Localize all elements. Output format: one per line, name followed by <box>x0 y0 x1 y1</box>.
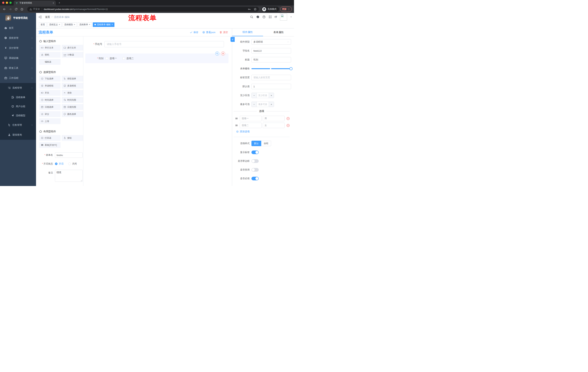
max-select-value[interactable]: 最多可选 <box>257 102 269 107</box>
default-value-input[interactable]: 1 <box>252 84 291 89</box>
checkbox[interactable] <box>105 57 108 60</box>
view-json-button[interactable]: 查看json <box>202 31 215 34</box>
address-bar[interactable]: 不安全 dashboard.yudao.iocoder.cn/bpm/manag… <box>27 7 259 12</box>
link-handle[interactable] <box>231 37 235 42</box>
remove-option-icon[interactable] <box>286 117 290 120</box>
min-select-stepper[interactable]: − 至少应选 + <box>252 93 274 98</box>
gender-option-2[interactable]: 选项二 <box>122 57 134 60</box>
style-default-button[interactable]: 默认 <box>252 141 261 146</box>
reload-icon[interactable] <box>15 8 18 11</box>
component-time-range[interactable]: 时间范围 <box>62 97 83 103</box>
form-remark-textarea[interactable]: 嘿嘿 <box>55 170 83 182</box>
style-button-button[interactable]: 按钮 <box>261 141 271 146</box>
option-1-value-input[interactable]: 男 <box>263 116 284 121</box>
github-icon[interactable] <box>256 15 259 19</box>
form-grid-slider[interactable] <box>252 66 291 71</box>
label-width-input[interactable]: 请输入标签宽度 <box>252 75 291 80</box>
component-rate[interactable]: 评分 <box>39 111 61 117</box>
component-date-range[interactable]: 日期范围 <box>62 104 83 110</box>
sidebar-item-workflow[interactable]: 工作流程 <box>0 73 36 83</box>
gender-option-1[interactable]: 选项一 <box>105 57 117 60</box>
tag-process-form-edit[interactable]: 流程表单-编辑 × <box>93 22 115 27</box>
sidebar-item-infra[interactable]: 基础设施 <box>0 53 36 63</box>
tab-close-icon[interactable]: × <box>52 2 54 4</box>
component-switch[interactable]: 开关 <box>39 90 61 96</box>
component-select[interactable]: 下拉选择 <box>39 76 61 82</box>
phone-input[interactable]: 请输入手机号 <box>105 41 224 47</box>
sidebar-item-payment[interactable]: ¥ 支付管理 <box>0 43 36 53</box>
security-label[interactable]: 不安全 <box>33 8 40 11</box>
component-multi-text[interactable]: 多行文本 <box>62 45 83 51</box>
clear-button[interactable]: 清空 <box>220 31 228 34</box>
disabled-toggle[interactable] <box>252 168 259 172</box>
component-radio-group[interactable]: 单选框组 <box>39 83 61 89</box>
component-button[interactable]: 按钮 <box>62 135 83 141</box>
component-checkbox-group[interactable]: 多选框组 <box>62 83 83 89</box>
component-counter[interactable]: 123 计数器 <box>62 52 83 58</box>
sidebar-item-process-form[interactable]: 流程表单 <box>0 93 36 102</box>
option-2-label-input[interactable]: 选项二 <box>240 123 262 128</box>
forward-icon[interactable] <box>9 8 12 11</box>
stepper-minus-button[interactable]: − <box>252 102 257 107</box>
breadcrumb-home[interactable]: 首页 <box>45 15 50 19</box>
remove-option-icon[interactable] <box>286 124 290 127</box>
stepper-minus-button[interactable]: − <box>252 93 257 98</box>
sidebar-item-user-group[interactable]: 用户分组 <box>0 102 36 111</box>
bookmark-star-icon[interactable] <box>254 8 257 11</box>
slider-handle[interactable] <box>289 67 293 70</box>
drag-handle-icon[interactable] <box>235 117 238 120</box>
drag-handle-icon[interactable] <box>235 124 238 127</box>
tag-close-icon[interactable]: × <box>112 23 113 26</box>
component-type-select[interactable]: 多选框组 <box>252 39 291 45</box>
browser-menu-dots-icon[interactable]: ⋮ <box>288 8 290 11</box>
tag-process-definition[interactable]: 流程定义 × <box>47 22 62 27</box>
status-off-label[interactable]: 关闭 <box>72 162 77 165</box>
slider-track[interactable] <box>252 68 291 69</box>
avatar[interactable] <box>280 13 287 21</box>
add-option-button[interactable]: 添加选项 <box>236 130 291 133</box>
back-icon[interactable] <box>3 8 6 11</box>
status-on-radio[interactable] <box>55 162 57 165</box>
component-slider[interactable]: 滑块 <box>62 90 83 96</box>
tag-process-form[interactable]: 流程表单 × <box>78 22 92 27</box>
sidebar-item-home[interactable]: 首页 <box>0 23 36 33</box>
component-single-text[interactable]: 单行文本 <box>39 45 61 51</box>
title-input[interactable]: 性别 <box>252 57 291 63</box>
tag-process-model[interactable]: 流程模型 × <box>63 22 77 27</box>
max-select-stepper[interactable]: − 最多可选 + <box>252 102 274 107</box>
sidebar-collapse-icon[interactable] <box>39 15 42 19</box>
tab-component-props[interactable]: 组件属性 <box>232 28 263 36</box>
border-toggle[interactable] <box>252 159 259 163</box>
component-color-picker[interactable]: 颜色选择 <box>62 111 83 117</box>
window-close-button[interactable] <box>2 2 4 4</box>
status-off-radio[interactable] <box>68 162 71 165</box>
help-icon[interactable] <box>262 15 266 19</box>
sidebar-item-leave-query[interactable]: 请假查询 <box>0 130 36 140</box>
tag-close-icon[interactable]: × <box>89 23 90 26</box>
form-canvas[interactable]: *手机号 请输入手机号 *性别 选项一 选项二 <box>83 36 232 186</box>
tag-close-icon[interactable]: × <box>59 23 60 26</box>
delete-component-button[interactable] <box>221 52 225 55</box>
min-select-value[interactable]: 至少应选 <box>257 93 269 98</box>
show-label-toggle[interactable] <box>252 150 259 154</box>
component-date-picker[interactable]: 日期选择 <box>39 104 61 110</box>
browser-tab[interactable]: 芋道管理系统 × <box>14 0 56 5</box>
component-cascader[interactable]: 级联选择 <box>62 76 83 82</box>
password-key-icon[interactable] <box>248 8 251 11</box>
copy-component-button[interactable] <box>215 52 219 55</box>
window-zoom-button[interactable] <box>10 2 12 4</box>
tag-home[interactable]: 首页 <box>39 22 47 27</box>
sidebar-item-task-mgmt[interactable]: 任务管理 <box>0 120 36 130</box>
tag-close-icon[interactable]: × <box>74 23 75 26</box>
component-editor[interactable]: 编辑器 <box>39 59 61 65</box>
search-icon[interactable] <box>250 15 253 19</box>
home-icon[interactable] <box>20 8 23 11</box>
font-size-icon[interactable]: tT <box>275 15 277 18</box>
sidebar-item-process-mgmt[interactable]: 流程管理 <box>0 83 36 93</box>
fullscreen-icon[interactable] <box>269 15 272 19</box>
stepper-plus-button[interactable]: + <box>269 93 274 98</box>
option-1-label-input[interactable]: 选项一 <box>240 116 262 121</box>
sidebar-item-process-model[interactable]: 流程模型 <box>0 111 36 120</box>
sidebar-item-devtools[interactable]: 研发工具 <box>0 63 36 73</box>
option-2-value-input[interactable]: 女 <box>263 123 284 128</box>
